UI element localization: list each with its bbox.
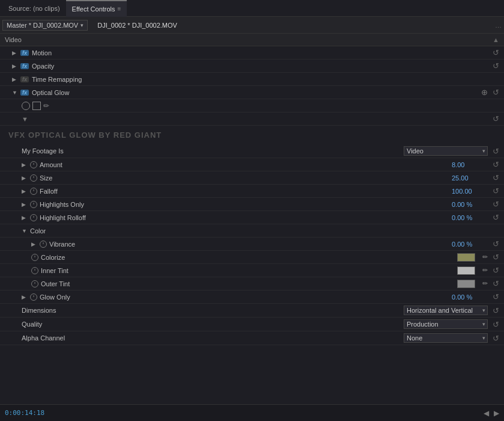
chevron-row: ▼ ↺	[0, 112, 504, 126]
active-clip-label: DJI_0002 * DJI_0002.MOV	[94, 20, 181, 30]
optical-glow-reset[interactable]: ↺	[493, 88, 499, 96]
size-expand[interactable]: ▶	[22, 175, 28, 181]
colorize-label: Colorize	[41, 254, 457, 261]
my-footage-select[interactable]: Video Film Log	[404, 146, 488, 156]
highlights-only-clock[interactable]	[30, 201, 37, 208]
tab-source[interactable]: Source: (no clips)	[2, 0, 66, 17]
inner-tint-eyedropper[interactable]: ✏	[482, 266, 488, 274]
tab-bar: Source: (no clips) Effect Controls ≡	[0, 0, 504, 17]
chevron-reset[interactable]: ↺	[493, 115, 499, 123]
colorize-eyedropper[interactable]: ✏	[482, 253, 488, 261]
vibrance-value[interactable]: 0.00 %	[452, 241, 488, 248]
alpha-channel-reset[interactable]: ↺	[493, 334, 499, 342]
colorize-reset[interactable]: ↺	[493, 253, 499, 261]
video-section-header: Video ▲	[0, 34, 504, 46]
color-label: Color	[30, 227, 499, 235]
highlight-rolloff-expand[interactable]: ▶	[22, 215, 28, 221]
outer-tint-controls: ✏ ↺	[457, 280, 499, 288]
color-section-row: ▼ Color	[0, 224, 504, 238]
size-value[interactable]: 25.00	[452, 174, 488, 182]
vibrance-expand[interactable]: ▶	[31, 241, 37, 247]
inner-tint-swatch[interactable]	[457, 266, 475, 275]
vibrance-clock[interactable]	[40, 241, 47, 248]
color-expand[interactable]: ▼	[22, 228, 28, 234]
motion-expand[interactable]: ▶	[12, 50, 18, 56]
alpha-channel-select-wrapper[interactable]: None Straight Premultiplied	[404, 333, 488, 343]
inner-tint-reset[interactable]: ↺	[493, 266, 499, 274]
outer-tint-reset[interactable]: ↺	[493, 280, 499, 287]
colorize-clock[interactable]	[31, 254, 38, 261]
amount-expand[interactable]: ▶	[22, 162, 28, 168]
scroll-up-arrow[interactable]: ▲	[493, 36, 499, 43]
glow-only-value[interactable]: 0.00 %	[452, 293, 488, 301]
glow-only-expand[interactable]: ▶	[22, 294, 28, 300]
add-effect-icon[interactable]: ⊕	[481, 88, 488, 97]
highlights-only-expand[interactable]: ▶	[22, 201, 28, 207]
highlight-rolloff-clock[interactable]	[30, 214, 37, 221]
size-clock-icon[interactable]	[30, 174, 37, 182]
falloff-clock-icon[interactable]	[30, 188, 37, 195]
clip-bar-more[interactable]: …	[495, 22, 502, 29]
pen-tool[interactable]: ✏	[43, 102, 49, 110]
prev-button[interactable]: ◀	[484, 409, 489, 417]
quality-reset[interactable]: ↺	[493, 321, 499, 328]
dimensions-reset[interactable]: ↺	[493, 307, 499, 315]
outer-tint-eyedropper[interactable]: ✏	[482, 280, 488, 287]
chevron-down-icon[interactable]: ▼	[22, 115, 28, 123]
highlight-rolloff-controls: 0.00 % ↺	[452, 214, 499, 221]
highlights-only-value[interactable]: 0.00 %	[452, 201, 488, 208]
outer-tint-clock[interactable]	[31, 280, 38, 287]
amount-value[interactable]: 8.00	[452, 161, 488, 168]
dimensions-select[interactable]: Horizontal and Vertical Horizontal Verti…	[404, 306, 488, 315]
colorize-swatch[interactable]	[457, 253, 475, 262]
opacity-row: ▶ fx Opacity ↺	[0, 60, 504, 73]
optical-glow-expand[interactable]: ▼	[12, 90, 18, 96]
size-reset[interactable]: ↺	[493, 174, 499, 182]
opacity-reset[interactable]: ↺	[493, 62, 499, 70]
highlight-rolloff-reset[interactable]: ↺	[493, 214, 499, 221]
glow-only-row: ▶ Glow Only 0.00 % ↺	[0, 290, 504, 304]
master-clip-selector[interactable]: Master * DJI_0002.MOV ▾	[2, 20, 88, 31]
my-footage-reset[interactable]: ↺	[493, 147, 499, 155]
amount-controls: 8.00 ↺	[452, 161, 499, 168]
motion-row: ▶ fx Motion ↺	[0, 46, 504, 60]
time-remapping-expand[interactable]: ▶	[12, 76, 18, 82]
inner-tint-controls: ✏ ↺	[457, 266, 499, 275]
size-controls: 25.00 ↺	[452, 174, 499, 182]
glow-only-controls: 0.00 % ↺	[452, 293, 499, 301]
square-tool[interactable]	[32, 102, 41, 110]
highlight-rolloff-value[interactable]: 0.00 %	[452, 214, 488, 221]
glow-only-reset[interactable]: ↺	[493, 293, 499, 301]
highlights-only-row: ▶ Highlights Only 0.00 % ↺	[0, 198, 504, 211]
amount-reset[interactable]: ↺	[493, 161, 499, 168]
glow-only-clock[interactable]	[30, 293, 37, 301]
falloff-expand[interactable]: ▶	[22, 188, 28, 194]
inner-tint-clock[interactable]	[31, 267, 38, 274]
opacity-fx-badge: fx	[20, 63, 29, 69]
optical-glow-row: ▼ fx Optical Glow ⊕ ↺	[0, 86, 504, 99]
glow-only-label: Glow Only	[40, 293, 452, 301]
tab-effect-controls[interactable]: Effect Controls ≡	[66, 0, 127, 17]
opacity-expand[interactable]: ▶	[12, 63, 18, 69]
falloff-value[interactable]: 100.00	[452, 188, 488, 195]
highlight-rolloff-row: ▶ Highlight Rolloff 0.00 % ↺	[0, 211, 504, 224]
tab-menu-icon[interactable]: ≡	[118, 5, 121, 12]
vibrance-reset[interactable]: ↺	[493, 240, 499, 248]
dimensions-select-wrapper[interactable]: Horizontal and Vertical Horizontal Verti…	[404, 306, 488, 315]
outer-tint-swatch[interactable]	[457, 280, 475, 288]
quality-row: Quality Production Draft Final ↺	[0, 318, 504, 331]
next-button[interactable]: ▶	[494, 409, 499, 417]
size-label: Size	[40, 174, 452, 182]
motion-reset[interactable]: ↺	[493, 49, 499, 57]
falloff-reset[interactable]: ↺	[493, 187, 499, 195]
highlights-only-reset[interactable]: ↺	[493, 200, 499, 208]
circle-tool[interactable]	[22, 102, 30, 110]
highlights-only-label: Highlights Only	[40, 201, 452, 208]
quality-select-wrapper[interactable]: Production Draft Final	[404, 319, 488, 329]
amount-clock-icon[interactable]	[30, 161, 37, 168]
bottom-spacer	[0, 345, 504, 393]
amount-label: Amount	[40, 161, 452, 168]
my-footage-select-wrapper[interactable]: Video Film Log	[404, 146, 488, 156]
alpha-channel-select[interactable]: None Straight Premultiplied	[404, 333, 488, 343]
quality-select[interactable]: Production Draft Final	[404, 319, 488, 329]
